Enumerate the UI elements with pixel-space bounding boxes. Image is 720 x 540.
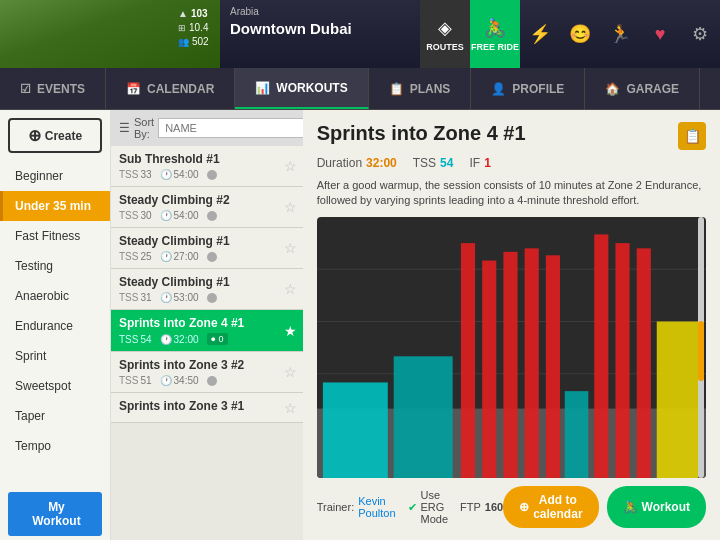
workout-item[interactable]: Sprints into Zone 3 #1 ☆ bbox=[111, 393, 303, 423]
nav-calendar[interactable]: 📅 CALENDAR bbox=[106, 68, 235, 109]
star-icon[interactable]: ☆ bbox=[284, 400, 297, 416]
nav-workouts[interactable]: 📊 WORKOUTS bbox=[235, 68, 368, 109]
garage-icon: 🏠 bbox=[605, 82, 620, 96]
star-icon[interactable]: ☆ bbox=[284, 281, 297, 297]
clock-icon: 🕐 bbox=[160, 210, 172, 221]
tss-label: TSS bbox=[119, 375, 138, 386]
bike-icon: 🚴 bbox=[484, 17, 506, 39]
workout-item[interactable]: Sprints into Zone 3 #2 TSS 51 🕐 34:50 ☆ bbox=[111, 352, 303, 393]
sidebar-item-under35[interactable]: Under 35 min bbox=[0, 191, 110, 221]
copy-button[interactable]: 📋 bbox=[678, 122, 706, 150]
nav-garage[interactable]: 🏠 GARAGE bbox=[585, 68, 700, 109]
duration-val: 32:00 bbox=[174, 334, 199, 345]
sidebar-item-fastfitness[interactable]: Fast Fitness bbox=[0, 221, 110, 251]
sidebar-item-taper[interactable]: Taper bbox=[0, 401, 110, 431]
workout-item[interactable]: Steady Climbing #1 TSS 25 🕐 27:00 ☆ bbox=[111, 228, 303, 269]
chart-scrollbar-thumb[interactable] bbox=[698, 321, 704, 381]
sidebar-item-endurance[interactable]: Endurance bbox=[0, 311, 110, 341]
sidebar-item-testing[interactable]: Testing bbox=[0, 251, 110, 281]
main-nav: ☑ EVENTS 📅 CALENDAR 📊 WORKOUTS 📋 PLANS 👤… bbox=[0, 68, 720, 110]
clock-icon: 🕐 bbox=[160, 334, 172, 345]
create-label: Create bbox=[45, 129, 82, 143]
duration-val: 53:00 bbox=[174, 292, 199, 303]
sidebar-item-tempo[interactable]: Tempo bbox=[0, 431, 110, 461]
riders-val: 502 bbox=[192, 36, 209, 47]
bike-workout-icon: 🚴 bbox=[623, 500, 638, 514]
routes-icon: ◈ bbox=[438, 17, 452, 39]
tss-stat: TSS 30 bbox=[119, 210, 152, 221]
workout-item[interactable]: Steady Climbing #1 TSS 31 🕐 53:00 ☆ bbox=[111, 269, 303, 310]
action-icons: ⚡ 😊 🏃 ♥ ⚙ bbox=[520, 0, 720, 68]
star-icon[interactable]: ☆ bbox=[284, 158, 297, 174]
profile-label: PROFILE bbox=[512, 82, 564, 96]
workout-item[interactable]: Steady Climbing #2 TSS 30 🕐 54:00 ☆ bbox=[111, 187, 303, 228]
sidebar-item-beginner[interactable]: Beginner bbox=[0, 161, 110, 191]
plans-icon: 📋 bbox=[389, 82, 404, 96]
star-icon[interactable]: ☆ bbox=[284, 364, 297, 380]
profile-icon[interactable]: 😊 bbox=[560, 0, 600, 68]
start-workout-button[interactable]: 🚴 Workout bbox=[607, 486, 706, 528]
if-value: 1 bbox=[484, 156, 491, 170]
workout-title: Steady Climbing #1 bbox=[119, 275, 295, 289]
duration-stat: 🕐 32:00 bbox=[160, 334, 199, 345]
svg-rect-15 bbox=[636, 248, 650, 478]
sort-input[interactable] bbox=[158, 118, 303, 138]
duration-stat: 🕐 27:00 bbox=[160, 251, 199, 262]
beginner-label: Beginner bbox=[15, 169, 63, 183]
clock-icon: 🕐 bbox=[160, 292, 172, 303]
events-check-icon: ☑ bbox=[20, 82, 31, 96]
altitude-val: 103 bbox=[191, 8, 208, 19]
svg-rect-7 bbox=[461, 243, 475, 478]
chart-scrollbar[interactable] bbox=[698, 217, 704, 478]
sidebar-item-anaerobic[interactable]: Anaerobic bbox=[0, 281, 110, 311]
workout-stats: TSS 33 🕐 54:00 bbox=[119, 169, 295, 180]
workout-item-selected[interactable]: Sprints into Zone 4 #1 TSS 54 🕐 32:00 ● … bbox=[111, 310, 303, 352]
duration-meta: Duration 32:00 bbox=[317, 156, 397, 170]
duration-label: Duration bbox=[317, 156, 362, 170]
freeride-button[interactable]: 🚴 FREE RIDE bbox=[470, 0, 520, 68]
trainer-name[interactable]: Kevin Poulton bbox=[358, 495, 395, 519]
workout-items: Sub Threshold #1 TSS 33 🕐 54:00 ☆ Steady bbox=[111, 146, 303, 540]
tempo-label: Tempo bbox=[15, 439, 51, 453]
taper-label: Taper bbox=[15, 409, 45, 423]
footer-info: Trainer: Kevin Poulton ✔ Use ERG Mode FT… bbox=[317, 489, 503, 525]
altitude-icon: ▲ bbox=[178, 8, 188, 19]
star-icon[interactable]: ☆ bbox=[284, 199, 297, 215]
add-calendar-label: Add to calendar bbox=[533, 493, 582, 521]
svg-rect-16 bbox=[656, 321, 697, 478]
under35-label: Under 35 min bbox=[15, 199, 91, 213]
workout-stats: TSS 30 🕐 54:00 bbox=[119, 210, 295, 221]
nav-events[interactable]: ☑ EVENTS bbox=[0, 68, 106, 109]
workout-stats: TSS 31 🕐 53:00 bbox=[119, 292, 295, 303]
workout-title: Steady Climbing #2 bbox=[119, 193, 295, 207]
if-meta: IF 1 bbox=[469, 156, 490, 170]
trainer-info: Trainer: Kevin Poulton bbox=[317, 495, 396, 519]
svg-rect-13 bbox=[594, 234, 608, 478]
settings-icon[interactable]: ⚙ bbox=[680, 0, 720, 68]
erg-info: ✔ Use ERG Mode bbox=[408, 489, 449, 525]
heart-icon[interactable]: ♥ bbox=[640, 0, 680, 68]
detail-panel: Sprints into Zone 4 #1 📋 Duration 32:00 … bbox=[303, 110, 720, 540]
sidebar-item-sprint[interactable]: Sprint bbox=[0, 341, 110, 371]
nav-plans[interactable]: 📋 PLANS bbox=[369, 68, 472, 109]
myworkout-button[interactable]: My Workout bbox=[8, 492, 102, 536]
create-button[interactable]: ⊕ Create bbox=[8, 118, 102, 153]
workout-item[interactable]: Sub Threshold #1 TSS 33 🕐 54:00 ☆ bbox=[111, 146, 303, 187]
star-icon[interactable]: ☆ bbox=[284, 240, 297, 256]
sort-label: Sort By: bbox=[134, 116, 154, 140]
add-to-calendar-button[interactable]: ⊕ Add to calendar bbox=[503, 486, 598, 528]
workout-stats: TSS 54 🕐 32:00 ● 0 bbox=[119, 333, 295, 345]
if-badge: ● 0 bbox=[207, 333, 228, 345]
erg-check-icon: ✔ bbox=[408, 501, 417, 514]
star-icon[interactable]: ★ bbox=[284, 323, 297, 339]
routes-button[interactable]: ◈ ROUTES bbox=[420, 0, 470, 68]
clock-icon: 🕐 bbox=[160, 251, 172, 262]
events-label: EVENTS bbox=[37, 82, 85, 96]
workout-label: Workout bbox=[642, 500, 690, 514]
tss-label: TSS bbox=[413, 156, 436, 170]
activity-icon[interactable]: 🏃 bbox=[600, 0, 640, 68]
nav-profile[interactable]: 👤 PROFILE bbox=[471, 68, 585, 109]
sidebar-item-sweetspot[interactable]: Sweetspot bbox=[0, 371, 110, 401]
power-icon[interactable]: ⚡ bbox=[520, 0, 560, 68]
workout-title: Sub Threshold #1 bbox=[119, 152, 295, 166]
